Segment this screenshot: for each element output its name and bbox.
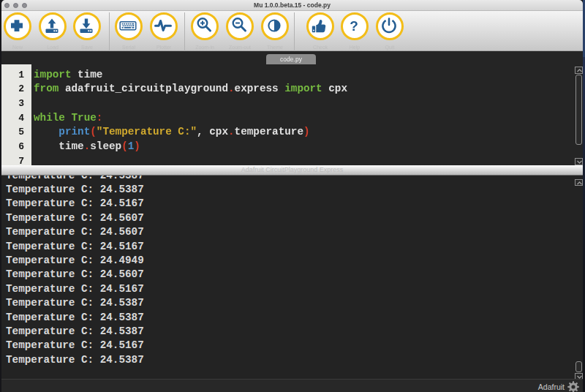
svg-text:?: ?: [350, 18, 358, 34]
